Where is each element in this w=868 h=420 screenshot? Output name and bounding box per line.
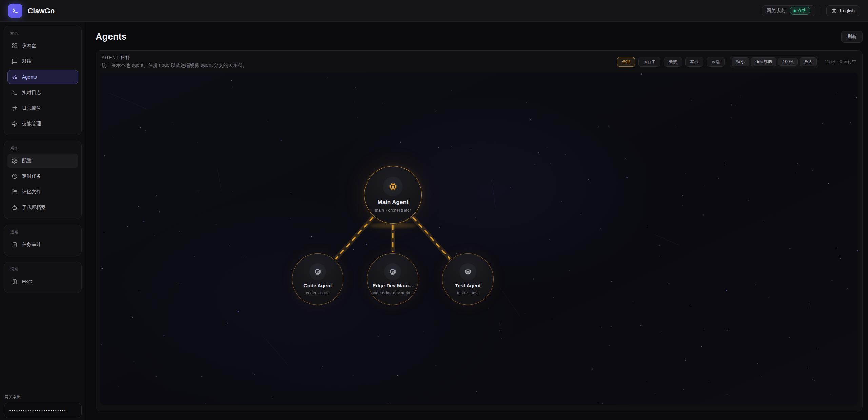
sidebar-item-对话[interactable]: 对话	[7, 54, 78, 69]
agent-node-title: Code Agent	[303, 283, 332, 288]
sidebar-item-配置[interactable]: 配置	[7, 154, 78, 168]
agent-node-subtitle: main · orchestrator	[375, 208, 411, 213]
sidebar-section-label: 运维	[7, 228, 78, 237]
topology-canvas[interactable]: Main Agentmain · orchestratorCode Agentc…	[100, 73, 858, 405]
sidebar-item-label: 仪表盘	[22, 43, 36, 49]
robot-icon	[12, 205, 18, 211]
folder-icon	[12, 189, 18, 195]
sidebar: 核心仪表盘对话Agents实时日志日志编号技能管理系统配置定时任务记忆文件子代理…	[0, 22, 86, 420]
agent-node-main[interactable]: Main Agentmain · orchestrator	[364, 166, 422, 224]
online-status-text: 在线	[798, 8, 806, 14]
filter-button-全部[interactable]: 全部	[617, 57, 635, 67]
language-button[interactable]: English	[826, 5, 860, 16]
sidebar-item-label: EKG	[22, 279, 32, 284]
agents-icon	[12, 74, 18, 80]
sidebar-item-技能管理[interactable]: 技能管理	[7, 117, 78, 131]
zoom-control-适应视图[interactable]: 适应视图	[751, 57, 776, 66]
hash-icon	[12, 105, 18, 111]
cpu-icon	[309, 263, 326, 280]
gateway-status: 网关状态: 在线	[762, 5, 815, 16]
gateway-status-label: 网关状态:	[767, 8, 786, 14]
sidebar-section-label: 核心	[7, 30, 78, 39]
sidebar-item-任务审计[interactable]: 任务审计	[7, 237, 78, 252]
main-content: Agents 刷新 AGENT 拓扑 统一展示本地 agent、注册 node …	[86, 22, 868, 420]
online-dot-icon	[794, 10, 796, 12]
sidebar-section-1: 系统配置定时任务记忆文件子代理档案	[4, 141, 82, 219]
sidebar-item-label: 子代理档案	[22, 205, 46, 211]
bolt-icon	[12, 121, 18, 127]
gear-icon	[12, 158, 18, 164]
terminal-icon	[12, 90, 18, 96]
zoom-control-100%[interactable]: 100%	[778, 58, 798, 66]
app-title: ClawGo	[28, 7, 55, 15]
online-status-badge: 在线	[790, 7, 810, 15]
agent-node-subtitle: tester · test	[457, 291, 479, 295]
sidebar-item-记忆文件[interactable]: 记忆文件	[7, 185, 78, 199]
agent-node-code[interactable]: Code Agentcoder · code	[292, 253, 343, 305]
agent-node-subtitle: coder · code	[306, 291, 330, 295]
globe-icon	[831, 8, 837, 14]
refresh-button[interactable]: 刷新	[841, 31, 863, 43]
sidebar-item-label: 技能管理	[22, 121, 41, 127]
zoom-control-缩小[interactable]: 缩小	[732, 57, 749, 66]
gateway-token-block: 网关令牌 •••••••••••••••••••••••••	[4, 395, 82, 418]
gateway-token-input[interactable]: •••••••••••••••••••••••••	[4, 403, 82, 418]
brand: ClawGo	[8, 4, 55, 18]
sidebar-section-3: 洞察EKG	[4, 262, 82, 293]
sidebar-item-label: 对话	[22, 58, 32, 64]
topology-controls: 全部运行中失败本地远端 缩小适应视图100%放大 115% · 0 运行中	[617, 56, 856, 68]
language-label: English	[840, 8, 855, 13]
sidebar-item-label: 日志编号	[22, 105, 41, 111]
sidebar-item-label: 任务审计	[22, 242, 41, 248]
panel-subtitle: 统一展示本地 agent、注册 node 以及远端镜像 agent 分支的关系图…	[102, 62, 247, 69]
filter-button-失败[interactable]: 失败	[664, 57, 682, 67]
agent-node-test[interactable]: Test Agenttester · test	[442, 253, 494, 305]
sidebar-sections: 核心仪表盘对话Agents实时日志日志编号技能管理系统配置定时任务记忆文件子代理…	[4, 26, 82, 293]
filter-buttons: 全部运行中失败本地远端	[617, 57, 725, 67]
topology-panel: AGENT 拓扑 统一展示本地 agent、注册 node 以及远端镜像 age…	[96, 50, 863, 411]
sidebar-item-子代理档案[interactable]: 子代理档案	[7, 201, 78, 215]
gateway-token-label: 网关令牌	[5, 395, 81, 400]
sidebar-item-日志编号[interactable]: 日志编号	[7, 101, 78, 115]
filter-button-运行中[interactable]: 运行中	[638, 57, 661, 67]
filter-button-本地[interactable]: 本地	[685, 57, 703, 67]
clipboard-icon	[12, 242, 18, 248]
sidebar-item-label: 实时日志	[22, 90, 41, 96]
topbar-divider	[821, 7, 821, 14]
topology-edges	[100, 73, 858, 405]
app-logo[interactable]	[8, 4, 22, 18]
zoom-status-text: 115% · 0 运行中	[825, 59, 856, 65]
clock-icon	[12, 173, 18, 179]
sidebar-item-label: 配置	[22, 158, 32, 164]
cpu-icon	[383, 177, 403, 196]
sidebar-item-ekg[interactable]: EKG	[7, 274, 78, 289]
agent-node-title: Edge Dev Main...	[372, 283, 413, 288]
zoom-control-放大[interactable]: 放大	[800, 57, 817, 66]
brain-icon	[12, 279, 18, 285]
sidebar-item-定时任务[interactable]: 定时任务	[7, 169, 78, 184]
filter-button-远端[interactable]: 远端	[707, 57, 725, 67]
panel-title: AGENT 拓扑	[102, 55, 247, 61]
cpu-icon	[384, 263, 401, 280]
zoom-controls: 缩小适应视图100%放大	[730, 56, 818, 68]
agent-node-subtitle: node.edge-dev.main...	[372, 291, 414, 295]
agent-node-title: Test Agent	[455, 283, 481, 288]
sidebar-item-agents[interactable]: Agents	[7, 70, 78, 84]
sidebar-section-label: 系统	[7, 145, 78, 154]
sidebar-item-label: 记忆文件	[22, 189, 41, 195]
sidebar-section-label: 洞察	[7, 265, 78, 274]
terminal-prompt-icon	[12, 7, 19, 15]
agent-node-title: Main Agent	[378, 199, 409, 206]
sidebar-section-0: 核心仪表盘对话Agents实时日志日志编号技能管理	[4, 26, 82, 135]
sidebar-item-label: 定时任务	[22, 173, 41, 179]
page-title: Agents	[96, 32, 127, 42]
cpu-icon	[459, 263, 476, 280]
chat-icon	[12, 58, 18, 64]
sidebar-item-仪表盘[interactable]: 仪表盘	[7, 39, 78, 53]
sidebar-item-实时日志[interactable]: 实时日志	[7, 85, 78, 100]
agent-node-edge-dev[interactable]: Edge Dev Main...node.edge-dev.main...	[367, 253, 418, 305]
sidebar-section-2: 运维任务审计	[4, 225, 82, 256]
sidebar-item-label: Agents	[22, 74, 37, 80]
dashboard-icon	[12, 43, 18, 49]
top-bar: ClawGo 网关状态: 在线 English	[0, 0, 868, 22]
